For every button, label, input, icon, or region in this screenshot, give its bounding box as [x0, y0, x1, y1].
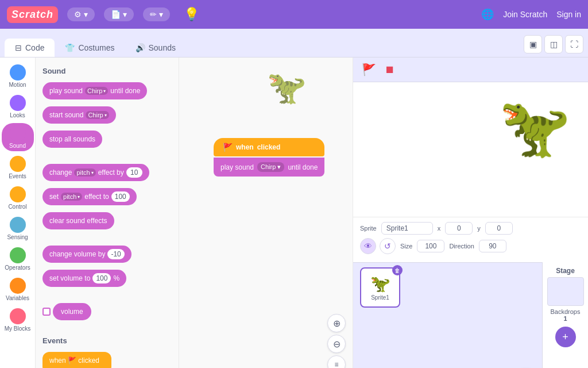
block-set-volume[interactable]: set volume to 100 % [42, 267, 174, 289]
playback-controls: 🚩 ⏹ [360, 61, 398, 78]
sidebar-item-motion[interactable]: Motion [2, 62, 34, 90]
x-input[interactable] [445, 222, 473, 235]
stop-sounds-block[interactable]: stop all sounds [42, 131, 102, 148]
fullscreen-button[interactable]: ⛶ [565, 35, 583, 53]
stage-canvas[interactable]: 🦖 [353, 82, 588, 217]
large-stage-button[interactable]: ◫ [544, 35, 563, 53]
sprite-row-2: 👁 ↺ Size Direction [360, 238, 581, 254]
scratch-logo[interactable]: Scratch [7, 6, 58, 23]
script-group: 🚩 when clicked play sound Chirp ▾ until … [214, 138, 324, 177]
block-change-effect[interactable]: change pitch ▾ effect by 10 [42, 162, 174, 183]
blocks-section-title: Sound [42, 67, 174, 75]
sensing-dot [10, 217, 26, 233]
sprite-name-input[interactable] [381, 222, 433, 235]
size-label: Size [400, 243, 412, 250]
block-events-placeholder[interactable]: when 🚩 clicked [42, 350, 174, 368]
tab-costumes[interactable]: 👕 Costumes [55, 39, 125, 57]
sidebar-item-myblocks[interactable]: My Blocks [2, 306, 34, 334]
block-clear-effects[interactable]: clear sound effects [42, 210, 174, 232]
start-sound-block[interactable]: start sound Chirp ▾ [42, 106, 116, 124]
direction-input[interactable] [479, 240, 506, 252]
green-flag-button[interactable]: 🚩 [360, 61, 377, 78]
control-dot [10, 186, 26, 202]
play-sound-until-block[interactable]: play sound Chirp ▾ until done [42, 82, 147, 99]
sidebar-item-sensing[interactable]: Sensing [2, 214, 34, 243]
fit-button[interactable]: ≡ [327, 355, 346, 368]
edit-button[interactable]: ✏ ▾ [143, 7, 170, 21]
block-start-sound[interactable]: start sound Chirp ▾ [42, 104, 174, 126]
sound-dot [10, 125, 26, 141]
script-play-sound-block[interactable]: play sound Chirp ▾ until done [214, 158, 324, 177]
settings-button[interactable]: ⚙ ▾ [67, 7, 95, 21]
sidebar-item-operators[interactable]: Operators [2, 245, 34, 273]
sidebar-item-looks[interactable]: Looks [2, 93, 34, 121]
set-volume-block[interactable]: set volume to 100 % [42, 270, 126, 287]
dinosaur-sprite: 🦖 [499, 94, 571, 162]
stage-section: Stage Backdrops 1 + [542, 262, 588, 368]
sidebar-item-sound[interactable]: Sound [2, 123, 34, 151]
small-stage-button[interactable]: ▣ [524, 35, 542, 53]
zoom-in-button[interactable]: ⊕ [327, 314, 346, 332]
tab-code[interactable]: ⊟ Code [5, 39, 55, 57]
sidebar-item-control[interactable]: Control [2, 184, 34, 212]
stage-thumbnail[interactable] [547, 277, 584, 306]
hat-block[interactable]: 🚩 when clicked [214, 138, 324, 156]
stop-button[interactable]: ⏹ [382, 62, 398, 78]
tab-sounds[interactable]: 🔊 Sounds [125, 39, 186, 57]
change-volume-block[interactable]: change volume by -10 [42, 246, 131, 263]
volume-checkbox[interactable] [42, 308, 51, 316]
myblocks-dot [10, 308, 26, 324]
clear-effects-block[interactable]: clear sound effects [42, 212, 114, 229]
change-effect-block[interactable]: change pitch ▾ effect by 10 [42, 164, 149, 181]
block-play-sound-until[interactable]: play sound Chirp ▾ until done [42, 80, 174, 102]
pencil-icon: ✏ [150, 10, 157, 19]
backdrops-count: 1 [563, 315, 567, 322]
category-sidebar: Motion Looks Sound Events Control Sensin… [0, 57, 36, 368]
operators-label: Operators [5, 264, 30, 271]
join-scratch-link[interactable]: Join Scratch [503, 10, 547, 19]
blocks-panel: Sound play sound Chirp ▾ until done star… [36, 57, 179, 368]
motion-label: Motion [9, 82, 26, 88]
size-input[interactable] [417, 240, 444, 252]
sidebar-item-events[interactable]: Events [2, 154, 34, 182]
hide-sprite-button[interactable]: ↺ [380, 238, 396, 254]
sprite-thumb-icon: 🦖 [370, 274, 390, 293]
zoom-controls: ⊕ ⊖ ≡ [327, 314, 346, 368]
events-section-title: Events [42, 336, 174, 345]
variables-label: Variables [6, 295, 29, 301]
costumes-icon: 👕 [65, 43, 75, 52]
sign-in-link[interactable]: Sign in [556, 10, 581, 19]
looks-label: Looks [10, 112, 25, 118]
sprite-row-1: Sprite x y [360, 222, 581, 235]
myblocks-label: My Blocks [5, 325, 31, 332]
block-volume-reporter[interactable]: volume [42, 301, 174, 323]
set-effect-block[interactable]: set pitch ▾ effect to 100 [42, 188, 137, 205]
sprite-visibility-icons: 👁 ↺ [360, 238, 396, 254]
block-set-effect[interactable]: set pitch ▾ effect to 100 [42, 186, 174, 208]
small-dino-decoration: 🦖 [267, 69, 307, 106]
show-sprite-button[interactable]: 👁 [360, 238, 376, 254]
block-change-volume[interactable]: change volume by -10 [42, 243, 174, 265]
edit-arrow-icon: ▾ [159, 10, 163, 19]
add-backdrop-button[interactable]: + [555, 327, 576, 347]
script-area[interactable]: 🦖 🚩 when clicked play sound Chirp ▾ unti… [179, 57, 353, 368]
tutorials-button[interactable]: 📄 ▾ [104, 7, 134, 21]
tutorials-arrow-icon: ▾ [123, 10, 127, 19]
globe-icon[interactable]: 🌐 [481, 8, 494, 21]
sprite-delete-button[interactable]: 🗑 [392, 265, 403, 275]
lightbulb-icon: 💡 [184, 7, 199, 22]
zoom-out-button[interactable]: ⊖ [327, 335, 346, 353]
code-icon: ⊟ [15, 43, 22, 52]
motion-dot [10, 64, 26, 80]
view-buttons: ▣ ◫ ⛶ [524, 35, 583, 53]
events-label: Events [9, 173, 26, 179]
nav-right: 🌐 Join Scratch Sign in [481, 8, 581, 21]
sidebar-item-variables[interactable]: Variables [2, 275, 34, 304]
sprite-thumb-sprite1[interactable]: 🗑 🦖 Sprite1 [360, 267, 400, 308]
operators-dot [10, 247, 26, 263]
y-input[interactable] [485, 222, 513, 235]
block-stop-all-sounds[interactable]: stop all sounds [42, 128, 174, 150]
settings-arrow-icon: ▾ [84, 10, 88, 19]
gear-icon: ⚙ [74, 10, 82, 19]
volume-block[interactable]: volume [53, 303, 91, 320]
